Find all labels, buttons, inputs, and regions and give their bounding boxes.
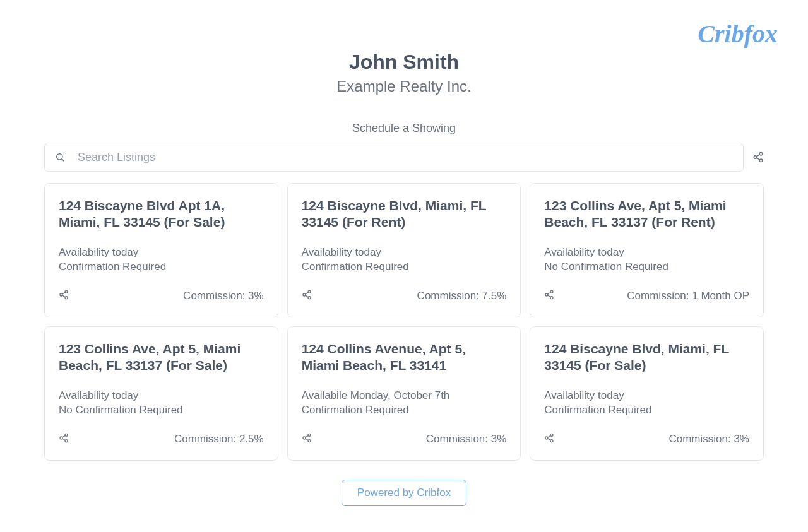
listing-commission: Commission: 2.5% <box>174 433 264 446</box>
listing-title: 124 Biscayne Blvd, Miami, FL 33145 (For … <box>544 341 749 375</box>
share-all-button[interactable] <box>752 151 764 163</box>
listing-title: 123 Collins Ave, Apt 5, Miami Beach, FL … <box>59 341 264 375</box>
search-input[interactable] <box>78 151 733 164</box>
listing-meta: Availabile Monday, October 7th Confirmat… <box>302 389 507 418</box>
listing-confirmation: No Confirmation Required <box>59 403 264 418</box>
listing-confirmation: Confirmation Required <box>59 260 264 275</box>
svg-line-15 <box>305 295 308 297</box>
listing-commission: Commission: 1 Month OP <box>627 290 749 302</box>
listing-confirmation: Confirmation Required <box>302 260 507 275</box>
listing-availability: Availability today <box>544 245 749 260</box>
svg-line-35 <box>548 439 551 440</box>
listing-availability: Availability today <box>59 245 264 260</box>
svg-line-10 <box>62 295 66 297</box>
listing-confirmation: Confirmation Required <box>544 403 749 418</box>
svg-line-5 <box>756 158 759 160</box>
listing-title: 123 Collins Ave, Apt 5, Miami Beach, FL … <box>544 198 749 232</box>
listing-card[interactable]: 123 Collins Ave, Apt 5, Miami Beach, FL … <box>530 183 764 317</box>
svg-line-20 <box>548 295 551 297</box>
listing-card[interactable]: 124 Collins Avenue, Apt 5, Miami Beach, … <box>287 326 521 461</box>
svg-line-6 <box>756 155 759 157</box>
svg-line-30 <box>305 439 308 440</box>
listing-availability: Availability today <box>544 389 749 403</box>
powered-by-button[interactable]: Powered by Cribfox <box>342 480 466 506</box>
listing-availability: Availability today <box>302 245 507 260</box>
listing-meta: Availability today No Confirmation Requi… <box>544 245 749 275</box>
listing-confirmation: Confirmation Required <box>302 403 507 418</box>
agent-name: John Smith <box>44 50 764 74</box>
share-listing-button[interactable] <box>302 433 312 446</box>
svg-line-21 <box>548 292 551 294</box>
page-header: John Smith Example Realty Inc. Schedule … <box>44 50 764 135</box>
brand-logo: Cribfox <box>698 19 778 49</box>
listing-meta: Availability today Confirmation Required <box>59 245 264 275</box>
share-listing-button[interactable] <box>544 433 554 446</box>
listing-card[interactable]: 124 Biscayne Blvd, Miami, FL 33145 (For … <box>530 326 764 461</box>
schedule-label: Schedule a Showing <box>44 122 764 135</box>
listing-meta: Availability today Confirmation Required <box>544 389 749 418</box>
listing-meta: Availability today Confirmation Required <box>302 245 507 275</box>
share-listing-button[interactable] <box>59 433 69 446</box>
listing-confirmation: No Confirmation Required <box>544 260 749 275</box>
listing-meta: Availability today No Confirmation Requi… <box>59 389 264 418</box>
listing-commission: Commission: 3% <box>183 290 264 302</box>
search-icon <box>55 152 65 162</box>
svg-line-26 <box>62 435 66 437</box>
svg-line-36 <box>548 435 551 437</box>
search-box[interactable] <box>44 143 744 172</box>
footer-row: Powered by Cribfox <box>44 480 764 506</box>
share-listing-button[interactable] <box>59 290 69 303</box>
svg-line-31 <box>305 435 308 437</box>
app-frame: Cribfox John Smith Example Realty Inc. S… <box>0 0 808 532</box>
listing-title: 124 Biscayne Blvd Apt 1A, Miami, FL 3314… <box>59 198 264 232</box>
share-listing-button[interactable] <box>302 290 312 303</box>
listing-availability: Availabile Monday, October 7th <box>302 389 507 403</box>
listing-title: 124 Biscayne Blvd, Miami, FL 33145 (For … <box>302 198 507 232</box>
listing-card[interactable]: 124 Biscayne Blvd Apt 1A, Miami, FL 3314… <box>44 183 278 317</box>
listing-card[interactable]: 123 Collins Ave, Apt 5, Miami Beach, FL … <box>44 326 278 461</box>
share-listing-button[interactable] <box>544 290 554 303</box>
listing-commission: Commission: 3% <box>426 433 507 446</box>
listing-card[interactable]: 124 Biscayne Blvd, Miami, FL 33145 (For … <box>287 183 521 317</box>
listing-commission: Commission: 3% <box>668 433 749 446</box>
svg-line-16 <box>305 292 308 294</box>
listing-commission: Commission: 7.5% <box>417 290 507 302</box>
agency-name: Example Realty Inc. <box>44 78 764 95</box>
svg-line-11 <box>62 292 66 294</box>
listing-availability: Availability today <box>59 389 264 403</box>
svg-line-25 <box>62 439 66 440</box>
listing-title: 124 Collins Avenue, Apt 5, Miami Beach, … <box>302 341 507 375</box>
search-row <box>44 143 764 172</box>
listings-grid: 124 Biscayne Blvd Apt 1A, Miami, FL 3314… <box>44 183 764 461</box>
svg-line-1 <box>62 159 64 161</box>
